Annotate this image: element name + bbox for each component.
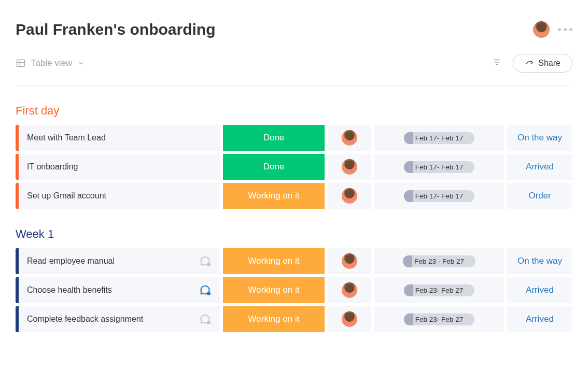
svg-point-8 [207, 321, 211, 324]
svg-point-7 [207, 292, 211, 295]
share-label: Share [538, 59, 561, 68]
group-title[interactable]: Week 1 [16, 227, 572, 241]
conversation-icon[interactable] [198, 283, 212, 297]
timeline-pill: Feb 17- Feb 17 [404, 190, 474, 202]
status-label: Done [263, 162, 285, 172]
task-cell[interactable]: Choose health benefits [19, 277, 220, 303]
share-icon [525, 59, 534, 68]
share-button[interactable]: Share [513, 54, 572, 73]
conversation-icon[interactable] [198, 312, 212, 326]
table-row: Read employee manual Working on it Feb 2… [16, 248, 572, 274]
table-row: Choose health benefits Working on it Feb… [16, 277, 572, 303]
group-week-1: Week 1 Read employee manual Working on i… [16, 227, 572, 332]
assignee-avatar[interactable] [342, 130, 357, 146]
table-row: Set up Gmail account Working on it Feb 1… [16, 183, 572, 209]
task-cell[interactable]: IT onboarding [19, 154, 220, 180]
timeline-pill: Feb 23 - Feb 27 [403, 255, 475, 267]
conversation-icon[interactable] [198, 254, 212, 268]
chevron-down-icon [77, 60, 85, 67]
timeline-text: Feb 23 - Feb 27 [414, 257, 464, 265]
assignee-avatar[interactable] [342, 188, 357, 204]
table-row: Meet with Team Lead Done Feb 17- Feb 17 … [16, 125, 572, 151]
status-label: Working on it [248, 256, 300, 266]
group-title[interactable]: First day [16, 104, 572, 118]
task-cell[interactable]: Complete feedback assignment [19, 306, 220, 332]
status-cell[interactable]: Working on it [223, 183, 325, 209]
timeline-text: Feb 17- Feb 17 [415, 163, 463, 171]
more-menu-button[interactable] [558, 28, 572, 31]
timeline-text: Feb 23- Feb 27 [415, 316, 463, 323]
status-label: Working on it [248, 285, 300, 295]
assignee-avatar[interactable] [342, 253, 357, 269]
view-label: Table view [31, 58, 72, 68]
timeline-text: Feb 17- Feb 17 [415, 192, 463, 200]
task-name: Choose health benefits [27, 285, 112, 295]
task-cell[interactable]: Meet with Team Lead [19, 125, 220, 151]
header-actions [533, 21, 572, 38]
person-cell[interactable] [328, 125, 371, 151]
action-cell[interactable]: Order [507, 183, 572, 209]
filter-button[interactable] [492, 58, 501, 69]
toolbar: Table view Share [16, 54, 572, 85]
status-cell[interactable]: Working on it [223, 277, 325, 303]
timeline-pill: Feb 23- Feb 27 [404, 284, 474, 296]
svg-point-6 [207, 263, 211, 266]
status-cell[interactable]: Done [223, 125, 325, 151]
view-switcher[interactable]: Table view [16, 58, 85, 68]
task-name: IT onboarding [27, 162, 78, 171]
timeline-cell[interactable]: Feb 17- Feb 17 [374, 125, 504, 151]
status-cell[interactable]: Working on it [223, 248, 325, 274]
action-label: Arrived [526, 314, 554, 324]
task-name: Set up Gmail account [27, 191, 106, 201]
timeline-text: Feb 17- Feb 17 [415, 134, 463, 142]
timeline-cell[interactable]: Feb 23- Feb 27 [374, 306, 504, 332]
assignee-avatar[interactable] [342, 282, 357, 298]
user-avatar[interactable] [533, 21, 550, 38]
status-label: Working on it [248, 191, 300, 201]
action-label: Arrived [526, 162, 554, 172]
action-label: Arrived [526, 285, 554, 295]
action-label: On the way [517, 256, 562, 266]
table-row: Complete feedback assignment Working on … [16, 306, 572, 332]
person-cell[interactable] [328, 277, 371, 303]
timeline-pill: Feb 17- Feb 17 [404, 132, 474, 144]
status-cell[interactable]: Working on it [223, 306, 325, 332]
board-body: First day Meet with Team Lead Done Feb 1… [16, 104, 572, 332]
action-label: Order [528, 191, 551, 201]
group-first-day: First day Meet with Team Lead Done Feb 1… [16, 104, 572, 209]
timeline-cell[interactable]: Feb 17- Feb 17 [374, 183, 504, 209]
toolbar-right: Share [492, 54, 572, 73]
table-icon [16, 58, 26, 68]
task-name: Meet with Team Lead [27, 133, 106, 142]
timeline-pill: Feb 23- Feb 27 [404, 313, 474, 325]
action-cell[interactable]: On the way [507, 248, 572, 274]
assignee-avatar[interactable] [342, 311, 357, 327]
action-cell[interactable]: Arrived [507, 277, 572, 303]
timeline-pill: Feb 17- Feb 17 [404, 161, 474, 173]
action-cell[interactable]: Arrived [507, 154, 572, 180]
action-cell[interactable]: Arrived [507, 306, 572, 332]
timeline-cell[interactable]: Feb 23- Feb 27 [374, 277, 504, 303]
task-cell[interactable]: Set up Gmail account [19, 183, 220, 209]
action-cell[interactable]: On the way [507, 125, 572, 151]
status-cell[interactable]: Done [223, 154, 325, 180]
page-title: Paul Franken's onboarding [16, 21, 216, 38]
timeline-cell[interactable]: Feb 17- Feb 17 [374, 154, 504, 180]
table-row: IT onboarding Done Feb 17- Feb 17 Arrive… [16, 154, 572, 180]
status-label: Done [263, 133, 285, 143]
page-header: Paul Franken's onboarding [16, 21, 572, 38]
assignee-avatar[interactable] [342, 159, 357, 175]
person-cell[interactable] [328, 306, 371, 332]
person-cell[interactable] [328, 248, 371, 274]
task-name: Read employee manual [27, 256, 115, 266]
timeline-text: Feb 23- Feb 27 [415, 287, 463, 294]
person-cell[interactable] [328, 183, 371, 209]
status-label: Working on it [248, 314, 300, 324]
task-name: Complete feedback assignment [27, 314, 143, 324]
action-label: On the way [517, 133, 562, 143]
timeline-cell[interactable]: Feb 23 - Feb 27 [374, 248, 504, 274]
person-cell[interactable] [328, 154, 371, 180]
task-cell[interactable]: Read employee manual [19, 248, 220, 274]
svg-rect-0 [17, 60, 25, 66]
